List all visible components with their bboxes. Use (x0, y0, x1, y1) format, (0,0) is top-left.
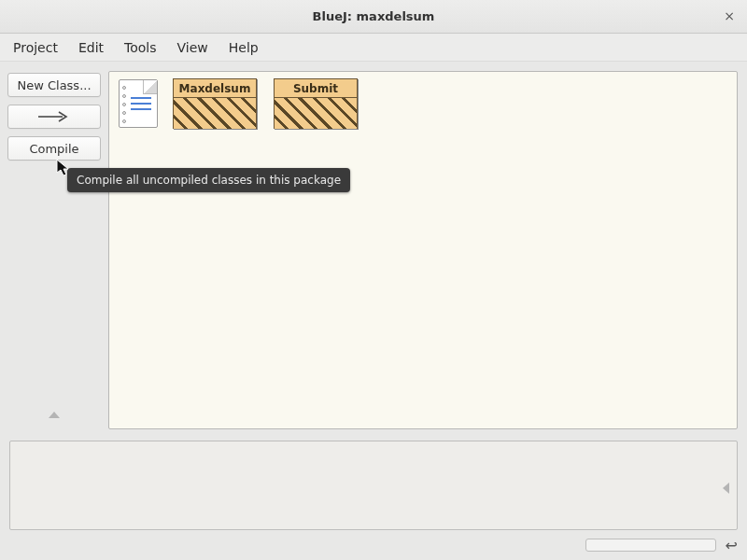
dependency-arrow-button[interactable] (7, 105, 101, 129)
object-bench-collapse-icon[interactable] (723, 483, 729, 494)
window-close-button[interactable]: × (721, 7, 738, 24)
new-class-button[interactable]: New Class... (7, 73, 101, 97)
sidebar-collapse-icon[interactable] (49, 412, 60, 418)
class-box-submit[interactable]: Submit (274, 78, 358, 129)
compile-button[interactable]: Compile (7, 136, 101, 161)
svg-marker-1 (57, 160, 68, 175)
window-title: BlueJ: maxdelsum (313, 9, 435, 23)
menu-view[interactable]: View (177, 40, 208, 55)
class-diagram-canvas[interactable]: Maxdelsum Submit (108, 71, 738, 429)
menu-project[interactable]: Project (13, 40, 58, 55)
readme-icon[interactable] (119, 79, 158, 128)
arrow-right-icon (36, 110, 72, 123)
activity-indicator-icon: ↩ (726, 537, 738, 554)
menu-bar: Project Edit Tools View Help (0, 34, 747, 62)
object-bench[interactable] (9, 441, 738, 530)
window-titlebar: BlueJ: maxdelsum × (0, 0, 747, 34)
uncompiled-stripes-icon (275, 98, 357, 129)
uncompiled-stripes-icon (174, 98, 256, 129)
main-area: New Class... Compile Maxdelsum Submit (0, 62, 747, 435)
sidebar: New Class... Compile (0, 62, 108, 435)
mouse-cursor-icon (56, 159, 71, 177)
class-name-label: Submit (275, 79, 357, 98)
class-name-label: Maxdelsum (174, 79, 256, 98)
canvas-wrap: Maxdelsum Submit (108, 62, 747, 435)
menu-tools[interactable]: Tools (124, 40, 157, 55)
menu-help[interactable]: Help (229, 40, 259, 55)
menu-edit[interactable]: Edit (78, 40, 104, 55)
compile-tooltip: Compile all uncompiled classes in this p… (67, 168, 350, 192)
class-box-maxdelsum[interactable]: Maxdelsum (173, 78, 257, 129)
status-bar: ↩ (0, 534, 747, 556)
progress-bar (585, 539, 716, 552)
